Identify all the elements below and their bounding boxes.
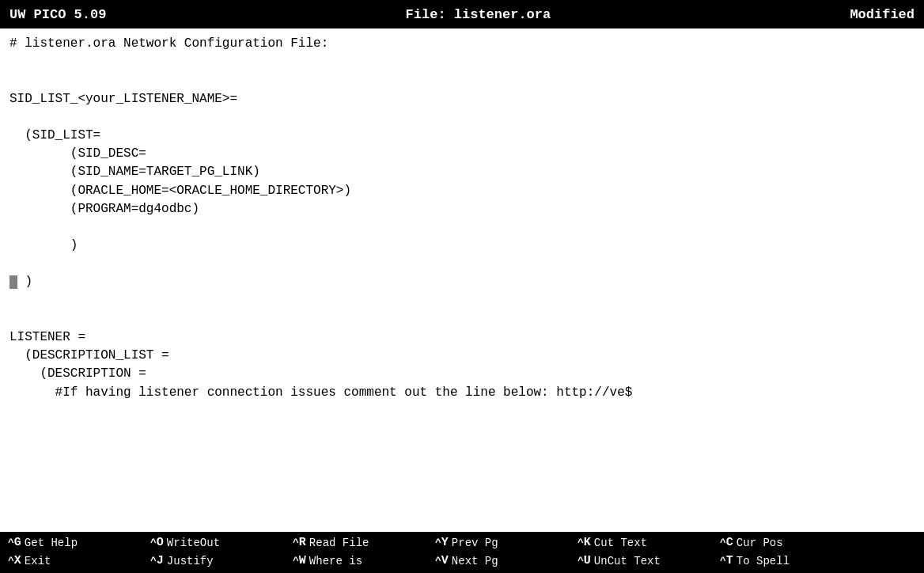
key-ctrl-c: ^C (720, 536, 733, 549)
shortcut-read-file: ^R Read File (285, 533, 427, 552)
label-writeout: WriteOut (167, 537, 220, 549)
app-name: UW PICO 5.09 (9, 7, 106, 22)
shortcut-row-1: ^G Get Help ^O WriteOut ^R Read File ^Y … (0, 533, 924, 552)
shortcut-where-is: ^W Where is (285, 552, 427, 570)
key-ctrl-w: ^W (293, 554, 306, 567)
editor-line-7: (SID_DESC= (9, 146, 146, 161)
shortcut-uncut-text: ^U UnCut Text (570, 552, 712, 570)
label-prev-pg: Prev Pg (452, 537, 498, 549)
editor-line-20: #If having listener connection issues co… (9, 385, 632, 400)
shortcut-writeout: ^O WriteOut (142, 533, 285, 552)
editor-line-8: (SID_NAME=TARGET_PG_LINK) (9, 165, 260, 179)
key-ctrl-g: ^G (8, 536, 21, 549)
key-ctrl-x: ^X (8, 554, 21, 567)
title-bar: UW PICO 5.09 File: listener.ora Modified (0, 0, 924, 28)
label-justify: Justify (167, 555, 214, 567)
label-get-help: Get Help (25, 537, 78, 549)
label-next-pg: Next Pg (452, 555, 498, 567)
shortcut-get-help: ^G Get Help (0, 533, 142, 552)
shortcut-justify: ^J Justify (142, 552, 285, 570)
key-ctrl-o: ^O (150, 536, 164, 549)
label-to-spell: To Spell (737, 555, 790, 567)
label-where-is: Where is (309, 555, 362, 567)
text-cursor (9, 275, 17, 290)
editor-line-9: (ORACLE_HOME=<ORACLE_HOME_DIRECTORY>) (9, 184, 351, 198)
key-ctrl-u: ^U (578, 554, 591, 567)
shortcut-bar: ^G Get Help ^O WriteOut ^R Read File ^Y … (0, 532, 924, 573)
shortcut-next-pg: ^V Next Pg (427, 552, 570, 570)
editor-area[interactable]: # listener.ora Network Configuration Fil… (0, 28, 924, 532)
label-cur-pos: Cur Pos (737, 537, 783, 549)
label-exit: Exit (25, 555, 51, 567)
shortcut-row-2: ^X Exit ^J Justify ^W Where is ^V Next P… (0, 552, 924, 570)
label-cut-text: Cut Text (594, 537, 647, 549)
editor-line-10: (PROGRAM=dg4odbc) (9, 202, 199, 216)
editor-line-18: (DESCRIPTION_LIST = (9, 348, 169, 362)
key-ctrl-v: ^V (435, 554, 449, 567)
shortcut-to-spell: ^T To Spell (712, 552, 854, 570)
key-ctrl-r: ^R (293, 536, 306, 549)
modified-status: Modified (850, 7, 915, 22)
editor-line-19: (DESCRIPTION = (9, 366, 146, 381)
shortcut-cut-text: ^K Cut Text (570, 533, 712, 552)
label-uncut-text: UnCut Text (594, 555, 661, 567)
editor-line-14: ) (9, 275, 32, 289)
editor-line-12: ) (9, 238, 78, 252)
key-ctrl-t: ^T (720, 554, 733, 567)
editor-line-17: LISTENER = (9, 330, 85, 344)
shortcut-cur-pos: ^C Cur Pos (712, 533, 854, 552)
key-ctrl-y: ^Y (435, 536, 449, 549)
file-name: File: listener.ora (406, 7, 551, 22)
editor-line-6: (SID_LIST= (9, 128, 100, 142)
label-read-file: Read File (309, 537, 369, 549)
editor-line-4: SID_LIST_<your_LISTENER_NAME>= (9, 92, 237, 106)
shortcut-prev-pg: ^Y Prev Pg (427, 533, 570, 552)
key-ctrl-k: ^K (578, 536, 591, 549)
shortcut-exit: ^X Exit (0, 552, 142, 570)
editor-line-1: # listener.ora Network Configuration Fil… (9, 36, 328, 51)
key-ctrl-j: ^J (150, 554, 164, 567)
